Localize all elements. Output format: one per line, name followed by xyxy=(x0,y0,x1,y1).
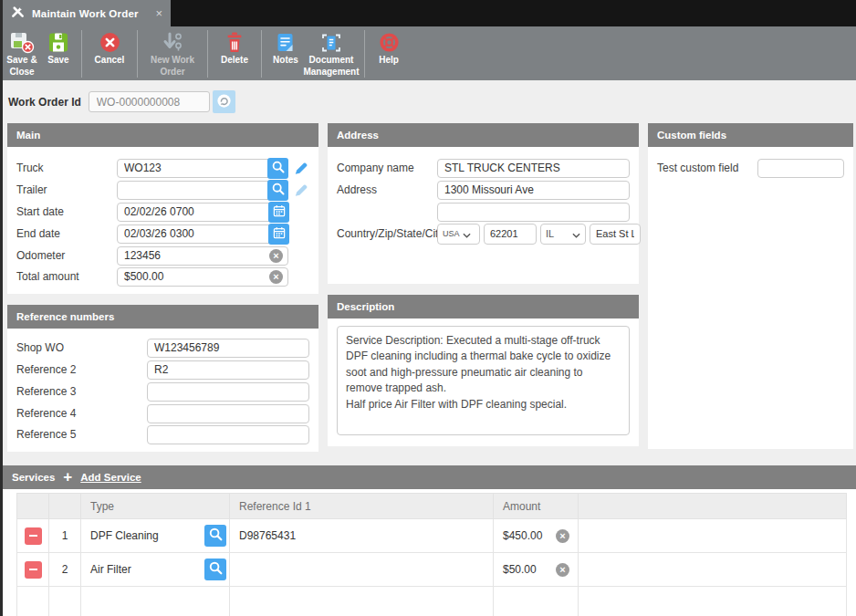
start-date-input[interactable] xyxy=(117,203,288,222)
address-panel: Address Company name Address xyxy=(328,123,639,284)
city-input[interactable] xyxy=(590,224,641,245)
save-close-button[interactable]: Save & Close xyxy=(3,29,41,78)
start-date-label: Start date xyxy=(16,205,117,218)
reference2-input[interactable] xyxy=(147,360,309,380)
clear-icon[interactable]: × xyxy=(269,249,283,263)
amount-column-header[interactable]: Amount xyxy=(494,494,579,519)
end-date-input[interactable] xyxy=(117,224,288,244)
reference-column-header[interactable]: Reference Id 1 xyxy=(230,494,494,519)
work-order-id-field[interactable] xyxy=(89,91,210,112)
clear-icon[interactable]: × xyxy=(269,270,283,284)
reference5-row: Reference 5 xyxy=(16,424,309,444)
notes-button[interactable]: Notes xyxy=(267,29,304,67)
content: Work Order Id Main Truck xyxy=(3,80,856,616)
service-type-search-button[interactable] xyxy=(204,525,226,547)
delete-column-header xyxy=(17,494,49,519)
shop-wo-input[interactable] xyxy=(147,339,309,358)
document-management-button[interactable]: Document Management xyxy=(304,29,359,78)
service-type-value[interactable]: DPF Cleaning xyxy=(90,529,159,542)
shop-wo-row: Shop WO xyxy=(16,337,309,359)
add-service-link[interactable]: Add Service xyxy=(80,472,141,483)
end-date-label: End date xyxy=(16,227,117,240)
new-work-order-label: New Work Order xyxy=(143,55,202,78)
plus-icon: + xyxy=(63,469,72,485)
empty-cell xyxy=(579,553,847,587)
refresh-id-button[interactable] xyxy=(213,90,235,113)
country-select[interactable]: USA xyxy=(437,224,480,245)
test-custom-field-input[interactable] xyxy=(757,159,844,178)
start-date-calendar-button[interactable] xyxy=(268,202,289,223)
refresh-icon xyxy=(215,92,233,112)
reference4-input[interactable] xyxy=(147,404,309,423)
service-reference-value[interactable]: D98765431 xyxy=(230,519,494,553)
truck-edit-icon[interactable] xyxy=(293,161,309,175)
tab-close-icon[interactable]: × xyxy=(155,7,162,19)
document-management-icon xyxy=(319,30,343,55)
truck-input[interactable] xyxy=(117,159,288,178)
work-order-id-row: Work Order Id xyxy=(3,80,856,121)
cancel-button[interactable]: Cancel xyxy=(88,29,131,67)
state-value: IL xyxy=(546,228,554,239)
trailer-label: Trailer xyxy=(16,183,117,196)
total-amount-input[interactable] xyxy=(117,267,288,287)
save-icon xyxy=(47,30,69,55)
services-header-row: Type Reference Id 1 Amount xyxy=(17,494,847,519)
address-label: Address xyxy=(337,183,437,196)
window-border xyxy=(0,0,3,616)
service-amount-value[interactable]: $50.00 xyxy=(503,563,537,576)
trailer-input[interactable] xyxy=(117,181,288,200)
reference4-label: Reference 4 xyxy=(16,407,147,420)
country-zip-state-city-label: Country/Zip/State/City xyxy=(337,227,437,240)
zip-input[interactable] xyxy=(484,224,537,245)
remove-service-button[interactable] xyxy=(25,561,42,579)
address-line1-input[interactable] xyxy=(437,181,630,200)
remove-service-button[interactable] xyxy=(25,527,42,545)
delete-icon xyxy=(224,30,245,55)
end-date-calendar-button[interactable] xyxy=(268,224,289,245)
service-type-value[interactable]: Air Filter xyxy=(90,563,131,576)
service-amount-value[interactable]: $450.00 xyxy=(503,529,542,542)
calendar-icon xyxy=(272,204,287,221)
total-amount-label: Total amount xyxy=(16,270,117,283)
reference3-input[interactable] xyxy=(147,382,309,402)
truck-search-button[interactable] xyxy=(267,158,288,179)
save-label: Save xyxy=(47,55,68,67)
chevron-down-icon xyxy=(463,225,471,242)
reference-numbers-panel: Reference numbers Shop WO Reference 2 Re… xyxy=(7,305,318,452)
address-panel-header: Address xyxy=(328,123,639,147)
toolbar-separator xyxy=(137,30,138,78)
help-button[interactable]: Help xyxy=(371,29,407,67)
company-name-input[interactable] xyxy=(437,159,630,178)
service-reference-value[interactable] xyxy=(230,553,494,587)
new-work-order-button: New Work Order xyxy=(143,29,202,78)
service-row-1: 1 DPF Cleaning D98765431 $450.00 × xyxy=(17,519,847,553)
clear-icon[interactable]: × xyxy=(556,529,569,543)
delete-button[interactable]: Delete xyxy=(214,29,256,67)
toolbar-separator xyxy=(364,30,365,78)
tab-title: Maintain Work Order xyxy=(32,8,139,19)
cancel-icon xyxy=(99,30,121,55)
toolbar-separator xyxy=(81,30,82,78)
trailer-search-button[interactable] xyxy=(267,180,288,201)
clear-icon[interactable]: × xyxy=(556,563,569,577)
titlebar: Maintain Work Order × xyxy=(0,0,856,26)
cancel-label: Cancel xyxy=(95,55,125,67)
help-label: Help xyxy=(379,55,399,67)
tab-maintain-work-order[interactable]: Maintain Work Order × xyxy=(3,0,171,26)
reference5-input[interactable] xyxy=(147,425,309,444)
type-column-header[interactable]: Type xyxy=(81,494,230,519)
notes-label: Notes xyxy=(273,55,298,67)
service-type-search-button[interactable] xyxy=(204,559,226,580)
save-button[interactable]: Save xyxy=(41,29,76,67)
document-management-label: Document Management xyxy=(303,55,359,78)
state-select[interactable]: IL xyxy=(540,224,586,245)
address2-row xyxy=(337,201,630,223)
truck-label: Truck xyxy=(16,162,117,174)
company-name-label: Company name xyxy=(337,162,437,174)
description-textarea[interactable]: Service Description: Executed a multi-st… xyxy=(337,326,630,435)
odometer-input[interactable] xyxy=(117,246,288,266)
services-title: Services xyxy=(12,472,55,483)
address-line2-input[interactable] xyxy=(437,203,630,222)
service-row-2: 2 Air Filter $50.00 × xyxy=(17,553,847,587)
test-custom-field-label: Test custom field xyxy=(657,162,757,174)
